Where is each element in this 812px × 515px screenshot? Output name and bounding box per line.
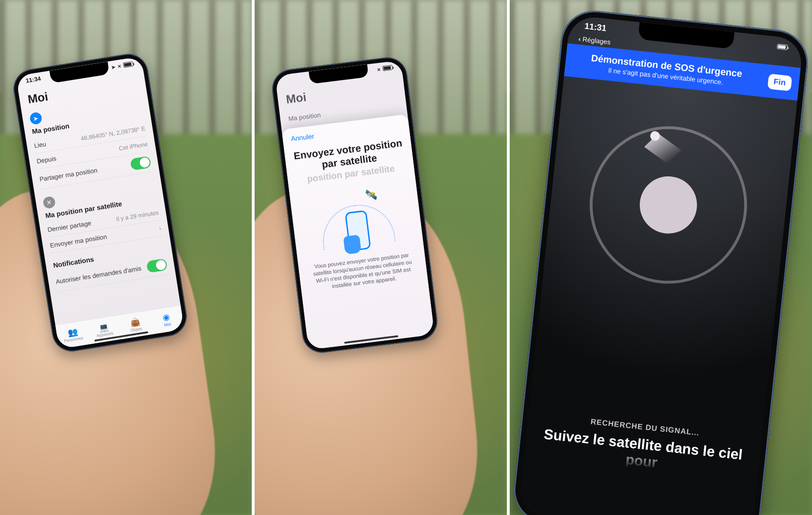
- tab-personnes[interactable]: 👥 Personnes: [55, 320, 91, 349]
- battery-icon: [123, 61, 134, 68]
- satellite-status-icon: [377, 65, 381, 72]
- dimmed-page-title: Moi: [286, 90, 308, 106]
- settings-list[interactable]: ➤ Ma position Lieu 48,86405° N, 2,09738°…: [21, 92, 180, 325]
- row-lieu-label: Lieu: [34, 140, 47, 149]
- satellite-info-sheet: Annuler Envoyez votre position par satel…: [282, 114, 435, 350]
- row-depuis-label: Depuis: [36, 154, 57, 165]
- tab-moi[interactable]: ◉ Moi: [149, 306, 185, 334]
- satellite-tracker: [582, 118, 755, 291]
- me-icon: ◉: [162, 312, 171, 321]
- page-title: Moi: [27, 90, 49, 107]
- fin-button[interactable]: Fin: [767, 73, 792, 91]
- row-depuis-value: Cet iPhone: [118, 140, 148, 152]
- cancel-button[interactable]: Annuler: [291, 132, 315, 143]
- row-last-label: Dernier partage: [47, 219, 92, 233]
- battery-icon: [382, 65, 393, 71]
- location-section-icon: ➤: [29, 112, 42, 125]
- row-share-label: Partager ma position: [39, 166, 98, 183]
- instruction-block: RECHERCHE DU SIGNAL... Suivez le satelli…: [524, 411, 762, 482]
- photo-panel-2: Moi Ma position Annuler Envoyez votre po…: [255, 0, 506, 515]
- row-last-value: Il y a 29 minutes: [116, 209, 159, 222]
- satellite-section-icon: ✕: [42, 196, 56, 209]
- sos-demo-screen: 11:31 Réglages Démonstration de SOS d'ur…: [518, 15, 803, 515]
- hand-icon: [343, 235, 362, 255]
- photo-panel-3: 11:31 Réglages Démonstration de SOS d'ur…: [510, 0, 812, 515]
- status-time: 11:34: [25, 75, 41, 84]
- location-icon: [111, 63, 116, 71]
- satellite-icon: 🛰️: [363, 187, 380, 202]
- people-icon: 👥: [67, 327, 78, 337]
- notch: [50, 62, 110, 83]
- battery-icon: [777, 44, 788, 50]
- findmy-satellite-sheet-screen: Moi Ma position Annuler Envoyez votre po…: [275, 60, 435, 350]
- sheet-body-text: Vous pouvez envoyer votre position par s…: [307, 250, 420, 293]
- notch: [309, 64, 369, 84]
- devices-icon: 💻: [98, 322, 109, 332]
- satellite-illustration: 🛰️: [317, 183, 396, 255]
- photo-panel-1: 11:34 Moi ➤ Ma position Lieu 48,86405° N…: [0, 0, 252, 515]
- tab-moi-label: Moi: [164, 321, 171, 327]
- triptych: 11:34 Moi ➤ Ma position Lieu 48,86405° N…: [0, 0, 812, 515]
- status-time: 11:31: [584, 21, 607, 33]
- status-time: [285, 77, 287, 84]
- dimmed-position-label: Ma position: [288, 111, 321, 122]
- back-to-settings[interactable]: Réglages: [578, 35, 611, 46]
- sos-demo-banner: Démonstration de SOS d'urgence Il ne s'a…: [564, 43, 801, 101]
- items-icon: 👜: [130, 317, 141, 327]
- share-position-toggle[interactable]: [130, 156, 151, 171]
- row-friends-label: Autoriser les demandes d'amis: [55, 265, 142, 285]
- tab-personnes-label: Personnes: [63, 335, 83, 343]
- satellite-status-icon: [117, 62, 122, 70]
- friends-toggle[interactable]: [146, 258, 167, 273]
- chevron-right-icon: ›: [158, 225, 161, 232]
- notch: [638, 22, 735, 49]
